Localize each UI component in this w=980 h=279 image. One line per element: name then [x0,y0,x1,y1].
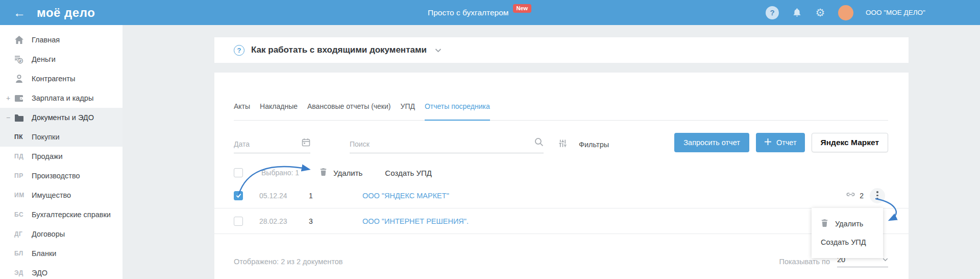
help-banner[interactable]: ? Как работать с входящими документами [214,37,909,63]
row-checkbox[interactable] [234,217,243,226]
row-context-menu: Удалить Создать УПД [812,208,883,258]
sidebar-item-kontragenty[interactable]: Контрагенты [0,69,122,88]
tab-nakladnye[interactable]: Накладные [260,102,298,120]
person-icon [14,74,23,83]
counterparty-link[interactable]: ООО "ИНТЕРНЕТ РЕШЕНИЯ". [362,217,469,225]
select-all-checkbox[interactable] [234,168,243,177]
bulk-create-upd-button[interactable]: Создать УПД [385,169,432,177]
context-menu-create-upd[interactable]: Создать УПД [812,233,883,251]
plus-icon [764,138,772,147]
sidebar-item-dokumenty-edo[interactable]: − Документы и ЭДО [0,108,122,127]
promo-text: Просто с бухгалтером [428,8,509,17]
money-icon: ₽ [14,55,23,64]
shown-count-label: Отображено: 2 из 2 документов [234,258,343,266]
trash-icon [821,219,828,229]
documents-panel: Акты Накладные Авансовые отчеты (чеки) У… [214,73,909,279]
help-banner-title: Как работать с входящими документами [251,45,427,55]
sidebar-subitem-blanki[interactable]: БЛ Бланки [0,244,122,263]
sidebar-subitem-proizvodstvo[interactable]: ПР Производство [0,166,122,185]
date-filter-field [234,140,310,153]
context-menu-delete[interactable]: Удалить [812,215,883,233]
chevron-down-icon[interactable] [435,48,442,53]
row-date: 28.02.23 [259,217,309,225]
row-checkbox[interactable] [234,191,243,200]
tab-bar: Акты Накладные Авансовые отчеты (чеки) У… [234,102,888,121]
wallet-icon [14,94,23,103]
sidebar-subitem-pokupki[interactable]: ПК Покупки [0,127,122,147]
counterparty-link[interactable]: ООО "ЯНДЕКС МАРКЕТ" [362,192,449,200]
date-input[interactable] [234,140,310,148]
sidebar: Главная ₽ Деньги Контрагенты + Зарплата … [0,25,122,279]
add-report-button[interactable]: Отчет [756,133,805,152]
header-right-cluster: ? ⚙ ООО "МОЕ ДЕЛО" [766,0,925,25]
avatar[interactable] [838,5,853,20]
bulk-delete-button[interactable]: Удалить [320,168,362,178]
search-icon[interactable] [534,137,544,149]
selected-count-label: Выбрано: 1 [261,169,299,177]
filters-label[interactable]: Фильтры [579,141,609,149]
collapse-minus-icon[interactable]: − [5,113,11,122]
home-icon [14,35,23,44]
help-icon[interactable]: ? [766,6,779,19]
folder-icon [14,113,23,122]
app-root: ← моё дело Просто с бухгалтером New ? ⚙ … [0,0,980,279]
sidebar-item-glavnaya[interactable]: Главная [0,30,122,50]
sliders-icon[interactable] [558,138,568,150]
tab-otchety-posrednika[interactable]: Отчеты посредника [425,102,490,121]
back-arrow-icon[interactable]: ← [13,7,26,19]
gear-icon[interactable]: ⚙ [815,7,826,18]
sidebar-subitem-buh-spravki[interactable]: БС Бухгалтерские справки [0,205,122,224]
sidebar-subitem-edo[interactable]: ЭД ЭДО [0,263,122,279]
yandex-market-button[interactable]: Яндекс Маркет [812,133,888,152]
sidebar-subitem-imushchestvo[interactable]: ИМ Имущество [0,185,122,205]
account-name[interactable]: ООО "МОЕ ДЕЛО" [866,9,925,16]
bulk-actions-bar: Выбрано: 1 Удалить Создать УПД [214,162,909,183]
filter-toolbar: Фильтры Запросить отчет Отчет Яндекс Мар… [234,129,888,153]
request-report-button[interactable]: Запросить отчет [674,133,749,152]
search-field [350,140,544,153]
sidebar-item-dengi[interactable]: ₽ Деньги [0,50,122,69]
tab-avansovye-otchety[interactable]: Авансовые отчеты (чеки) [307,102,390,120]
table-footer: Отображено: 2 из 2 документов Показывать… [234,255,888,267]
row-number: 1 [309,192,362,200]
row-number: 3 [309,217,362,225]
calendar-icon[interactable] [302,138,310,149]
top-header-bar: ← моё дело Просто с бухгалтером New ? ⚙ … [0,0,980,25]
table-row[interactable]: 05.12.24 1 ООО "ЯНДЕКС МАРКЕТ" 2 [214,183,909,208]
app-logo[interactable]: моё дело [37,6,95,20]
tab-upd[interactable]: УПД [400,102,414,120]
row-date: 05.12.24 [259,192,309,200]
tab-akty[interactable]: Акты [234,102,250,120]
sidebar-item-zarplata[interactable]: + Зарплата и кадры [0,88,122,108]
link-icon[interactable] [846,190,855,201]
promo-banner[interactable]: Просто с бухгалтером New [428,0,531,25]
bell-icon[interactable] [791,7,802,18]
action-buttons: Запросить отчет Отчет Яндекс Маркет [674,133,888,152]
sidebar-subitem-prodazhi[interactable]: ПД Продажи [0,147,122,166]
question-circle-icon: ? [234,45,244,56]
svg-text:₽: ₽ [19,58,21,63]
chevron-down-icon [883,258,888,262]
table-row[interactable]: 28.02.23 3 ООО "ИНТЕРНЕТ РЕШЕНИЯ". [214,208,909,234]
links-count: 2 [860,192,864,200]
trash-icon [320,168,327,178]
kebab-menu-icon[interactable] [870,188,885,203]
sidebar-subitem-dogovory[interactable]: ДГ Договоры [0,224,122,244]
search-input[interactable] [350,140,544,148]
expand-plus-icon[interactable]: + [5,94,11,102]
per-page-label: Показывать по [779,258,830,266]
new-badge: New [513,4,532,13]
